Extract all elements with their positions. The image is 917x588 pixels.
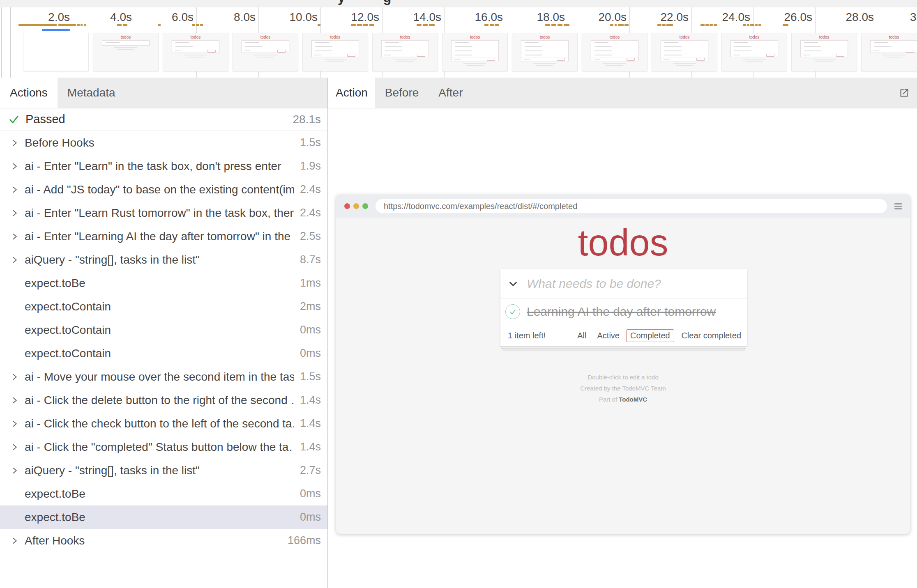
thumbnail-todos-title: todos xyxy=(512,35,577,39)
filter-button[interactable]: Active xyxy=(593,329,624,342)
thumbnail-info-line xyxy=(603,63,627,64)
filter-button[interactable]: Completed xyxy=(626,329,674,342)
snapshot-tab[interactable]: Action xyxy=(328,78,375,108)
chevron-right-icon[interactable] xyxy=(11,466,25,475)
chevron-right-icon[interactable] xyxy=(11,186,25,194)
chevron-right-icon[interactable] xyxy=(11,303,25,311)
left-tab[interactable]: Metadata xyxy=(58,78,125,108)
chevron-right-icon[interactable] xyxy=(11,443,25,451)
external-link-icon[interactable] xyxy=(899,87,910,100)
thumbnail-info-line xyxy=(257,57,274,57)
thumbnail-app-card xyxy=(661,40,708,61)
action-row[interactable]: ai - Enter "Learn" in the task box, don'… xyxy=(0,154,327,178)
filmstrip-thumbnail[interactable]: todos xyxy=(791,33,857,71)
thumbnail-info-line xyxy=(187,57,204,57)
info-part-text: Part of xyxy=(599,396,617,403)
chevron-right-icon[interactable] xyxy=(11,326,25,334)
filmstrip-thumbnail[interactable]: todos xyxy=(93,33,159,71)
filmstrip-thumbnail[interactable]: todos xyxy=(652,33,717,71)
thumbnail-todo-list xyxy=(521,45,568,57)
todo-item-row: Learning AI the day after tomorrow xyxy=(500,299,747,325)
new-todo-row: What needs to be done? xyxy=(500,269,747,299)
filmstrip-thumbnail[interactable] xyxy=(23,33,89,71)
action-row[interactable]: expect.toBe 0ms xyxy=(0,505,327,529)
chevron-right-icon[interactable] xyxy=(11,279,25,287)
thumbnail-app-card xyxy=(591,40,638,61)
action-row[interactable]: expect.toContain 0ms xyxy=(0,342,327,365)
chevron-right-icon[interactable] xyxy=(11,513,25,521)
trace-timeline[interactable]: 2.0s 4.0s 6.0s 8.0s 10.0s 12.0s 14.0s xyxy=(0,7,917,78)
action-row-duration: 0ms xyxy=(300,324,321,336)
thumbnail-app-card xyxy=(102,40,150,46)
todomvc-brand-link[interactable]: TodoMVC xyxy=(619,396,647,403)
snapshot-panel: Action Before After https://todomvc.com/… xyxy=(328,78,917,588)
info-line: Created by the TodoMVC Team xyxy=(336,383,910,394)
filmstrip-thumbnail[interactable]: todos xyxy=(302,33,368,71)
chevron-right-icon[interactable] xyxy=(11,232,25,241)
action-row[interactable]: aiQuery - "string[], tasks in the list" … xyxy=(0,459,327,482)
thumbnail-todos-title: todos xyxy=(442,35,507,39)
action-row[interactable]: ai - Enter "Learn Rust tomorrow" in the … xyxy=(0,201,327,225)
thumbnail-todos-title: todos xyxy=(582,35,647,39)
filmstrip-thumbnail[interactable]: todos xyxy=(372,33,438,71)
thumbnail-todos-title: todos xyxy=(163,35,228,39)
action-row-label: ai - Click the "completed" Status button… xyxy=(25,441,294,454)
todo-app-info: Double-click to edit a todoCreated by th… xyxy=(336,372,910,405)
chevron-right-icon[interactable] xyxy=(11,349,25,358)
test-status-row: Passed 28.1s xyxy=(0,108,327,131)
chevron-right-icon[interactable] xyxy=(11,490,25,498)
action-row[interactable]: Before Hooks 1.5s xyxy=(0,131,327,154)
filmstrip-thumbnail[interactable]: todos xyxy=(512,33,578,71)
filmstrip-thumbnail[interactable]: todos xyxy=(861,33,917,71)
chevron-right-icon[interactable] xyxy=(11,373,25,381)
action-row-duration: 1.4s xyxy=(300,417,321,430)
todos-heading: todos xyxy=(336,222,910,264)
check-circle-icon[interactable] xyxy=(505,304,520,319)
chevron-right-icon[interactable] xyxy=(11,396,25,404)
chevron-right-icon[interactable] xyxy=(11,537,25,545)
chevron-right-icon[interactable] xyxy=(11,162,25,170)
filter-button[interactable]: All xyxy=(573,329,590,342)
snapshot-tab[interactable]: Before xyxy=(375,78,429,108)
action-row[interactable]: expect.toContain 2ms xyxy=(0,295,327,318)
action-row[interactable]: expect.toBe 0ms xyxy=(0,482,327,505)
thumbnail-footer xyxy=(452,57,498,61)
info-line: Part of TodoMVC xyxy=(336,394,910,405)
thumbnail-app-card xyxy=(172,40,219,53)
action-row-label: expect.toBe xyxy=(25,277,294,290)
filmstrip-thumbnail[interactable]: todos xyxy=(163,33,228,71)
filmstrip-thumbnail[interactable]: todos xyxy=(442,33,508,71)
snapshot-tab[interactable]: After xyxy=(429,78,472,108)
thumbnail-todo-list xyxy=(172,45,219,49)
action-row[interactable]: After Hooks 166ms xyxy=(0,529,327,552)
action-row[interactable]: ai - Add "JS today" to base on the exist… xyxy=(0,178,327,201)
action-row[interactable]: ai - Click the delete button to the righ… xyxy=(0,388,327,412)
clear-completed-button[interactable]: Clear completed xyxy=(681,331,741,340)
thumbnail-todo-list xyxy=(452,45,498,57)
thumbnail-input-box xyxy=(661,41,708,45)
left-tab[interactable]: Actions xyxy=(0,78,58,108)
filmstrip-thumbnail[interactable]: todos xyxy=(582,33,647,71)
action-row[interactable]: aiQuery - "string[], tasks in the list" … xyxy=(0,248,327,271)
filmstrip-thumbnail[interactable]: todos xyxy=(721,33,787,71)
chevron-right-icon[interactable] xyxy=(11,209,25,217)
thumbnail-input-box xyxy=(102,41,149,45)
action-row[interactable]: expect.toBe 1ms xyxy=(0,271,327,295)
thumbnail-app-card xyxy=(311,40,359,57)
thumbnail-app-card xyxy=(870,40,917,53)
filmstrip-thumbnail[interactable]: todos xyxy=(233,33,298,71)
action-row[interactable]: ai - Enter "Learning AI the day after to… xyxy=(0,225,327,248)
thumbnail-todos-title: todos xyxy=(722,35,787,39)
chevron-down-icon[interactable] xyxy=(508,278,518,289)
action-row[interactable]: ai - Click the "completed" Status button… xyxy=(0,435,327,459)
chevron-right-icon[interactable] xyxy=(11,256,25,264)
chevron-right-icon[interactable] xyxy=(11,420,25,428)
chevron-right-icon[interactable] xyxy=(11,139,25,147)
thumbnail-info-line xyxy=(327,61,343,62)
url-bar[interactable]: https://todomvc.com/examples/react/dist/… xyxy=(376,199,887,213)
todo-item-text[interactable]: Learning AI the day after tomorrow xyxy=(527,305,716,319)
action-row[interactable]: expect.toContain 0ms xyxy=(0,318,327,342)
action-row[interactable]: ai - Click the check button to the left … xyxy=(0,412,327,435)
action-row[interactable]: ai - Move your mouse over the second ite… xyxy=(0,365,327,388)
new-todo-input[interactable]: What needs to be done? xyxy=(527,277,661,291)
